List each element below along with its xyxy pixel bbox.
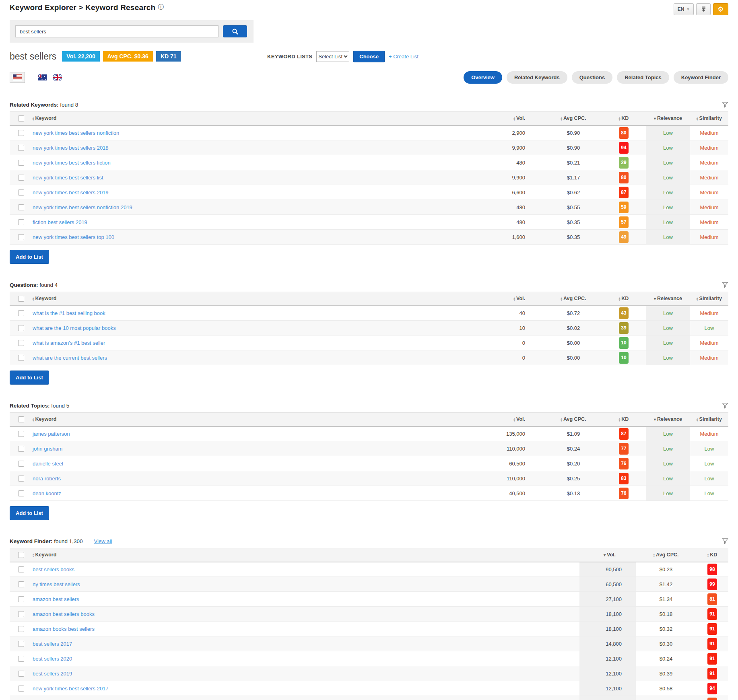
filter-icon[interactable]: [722, 101, 728, 108]
keyword-link[interactable]: amazon best sellers: [33, 596, 79, 602]
row-checkbox[interactable]: [18, 566, 24, 572]
tab-questions[interactable]: Questions: [572, 71, 613, 84]
row-checkbox[interactable]: [18, 626, 24, 632]
column-header-vol[interactable]: ▴▾Vol.: [473, 112, 545, 126]
select-all-checkbox[interactable]: [18, 115, 24, 121]
create-list-link[interactable]: + Create List: [389, 54, 418, 60]
column-header-vol[interactable]: ▴▾Vol.: [473, 292, 545, 306]
row-checkbox[interactable]: [18, 581, 24, 587]
column-header-keyword[interactable]: ▴▾Keyword: [32, 112, 473, 126]
row-checkbox[interactable]: [18, 160, 24, 166]
keyword-link[interactable]: best sellers 2017: [33, 641, 72, 647]
keyword-link[interactable]: nora roberts: [33, 476, 61, 482]
row-checkbox[interactable]: [18, 476, 24, 482]
column-header-avgcpc[interactable]: ▴▾Avg CPC.: [545, 112, 602, 126]
column-header-kd[interactable]: ▴▾KD: [602, 292, 646, 306]
keyword-link[interactable]: best sellers 2020: [33, 656, 72, 662]
info-icon[interactable]: ⓘ: [158, 3, 164, 11]
keyword-list-select[interactable]: Select List: [316, 51, 349, 62]
keyword-link[interactable]: new york times best sellers top 100: [33, 234, 114, 240]
column-header-relevance[interactable]: ▾Relevance: [646, 112, 690, 126]
column-header-kd[interactable]: ▴▾KD: [602, 413, 646, 426]
keyword-link[interactable]: what are the current best sellers: [33, 355, 107, 361]
australia-flag-icon[interactable]: [38, 74, 47, 80]
download-button[interactable]: [696, 3, 711, 15]
select-all-checkbox[interactable]: [18, 296, 24, 302]
keyword-link[interactable]: fiction best sellers 2019: [33, 219, 87, 225]
column-header-avgcpc[interactable]: ▴▾Avg CPC.: [545, 292, 602, 306]
column-header-vol[interactable]: ▴▾Vol.: [473, 413, 545, 426]
tab-overview[interactable]: Overview: [464, 71, 502, 84]
keyword-link[interactable]: new york times best sellers 2018: [33, 145, 109, 151]
search-button[interactable]: [223, 25, 247, 37]
column-header-similarity[interactable]: ▴▾Similarity: [690, 292, 728, 306]
keyword-link[interactable]: new york times best sellers nonfiction: [33, 130, 119, 136]
row-checkbox[interactable]: [18, 204, 24, 210]
keyword-link[interactable]: new york times best sellers 2017: [33, 686, 109, 692]
keyword-link[interactable]: amazon best sellers books: [33, 611, 95, 617]
keyword-link[interactable]: what is the #1 best selling book: [33, 310, 105, 316]
column-header-avgcpc[interactable]: ▴▾Avg CPC.: [636, 548, 696, 562]
add-to-list-button[interactable]: Add to List: [10, 371, 49, 385]
column-header-keyword[interactable]: ▴▾Keyword: [32, 292, 473, 306]
country-us-selected[interactable]: [10, 72, 25, 83]
search-input[interactable]: [15, 25, 219, 37]
add-to-list-button[interactable]: Add to List: [10, 250, 49, 264]
row-checkbox[interactable]: [18, 310, 24, 316]
keyword-link[interactable]: what are the 10 most popular books: [33, 325, 116, 331]
keyword-link[interactable]: new york times best sellers fiction: [33, 160, 111, 166]
keyword-link[interactable]: best sellers books: [33, 566, 74, 572]
row-checkbox[interactable]: [18, 325, 24, 331]
tab-related-keywords[interactable]: Related Keywords: [507, 71, 567, 84]
column-header-keyword[interactable]: ▴▾Keyword: [32, 413, 473, 426]
keyword-link[interactable]: best sellers 2019: [33, 671, 72, 677]
row-checkbox[interactable]: [18, 340, 24, 346]
keyword-link[interactable]: ny times best sellers: [33, 581, 80, 587]
column-header-relevance[interactable]: ▾Relevance: [646, 292, 690, 306]
row-checkbox[interactable]: [18, 175, 24, 181]
keyword-link[interactable]: new york times best sellers list: [33, 175, 103, 181]
filter-icon[interactable]: [722, 538, 728, 544]
select-all-checkbox[interactable]: [18, 416, 24, 422]
row-checkbox[interactable]: [18, 490, 24, 496]
view-all-link[interactable]: View all: [94, 538, 112, 544]
row-checkbox[interactable]: [18, 641, 24, 647]
keyword-link[interactable]: james patterson: [33, 431, 70, 437]
keyword-link[interactable]: what is amazon's #1 best seller: [33, 340, 105, 346]
filter-icon[interactable]: [722, 402, 728, 409]
column-header-similarity[interactable]: ▴▾Similarity: [690, 413, 728, 426]
row-checkbox[interactable]: [18, 130, 24, 136]
row-checkbox[interactable]: [18, 446, 24, 452]
row-checkbox[interactable]: [18, 686, 24, 692]
column-header-keyword[interactable]: ▴▾Keyword: [32, 548, 579, 562]
language-dropdown[interactable]: EN ▼: [674, 3, 694, 15]
keyword-link[interactable]: new york times best sellers 2019: [33, 189, 109, 196]
keyword-link[interactable]: dean koontz: [33, 490, 61, 496]
row-checkbox[interactable]: [18, 431, 24, 437]
uk-flag-icon[interactable]: [53, 74, 62, 80]
row-checkbox[interactable]: [18, 656, 24, 662]
column-header-kd[interactable]: ▴▾KD: [696, 548, 728, 562]
tab-related-topics[interactable]: Related Topics: [617, 71, 669, 84]
column-header-similarity[interactable]: ▴▾Similarity: [690, 112, 728, 126]
column-header-relevance[interactable]: ▾Relevance: [646, 413, 690, 426]
filter-icon[interactable]: [722, 282, 728, 288]
keyword-link[interactable]: danielle steel: [33, 461, 63, 467]
column-header-avgcpc[interactable]: ▴▾Avg CPC.: [545, 413, 602, 426]
row-checkbox[interactable]: [18, 461, 24, 467]
keyword-link[interactable]: john grisham: [33, 446, 62, 452]
row-checkbox[interactable]: [18, 234, 24, 240]
row-checkbox[interactable]: [18, 671, 24, 677]
row-checkbox[interactable]: [18, 219, 24, 225]
settings-button[interactable]: ⚙: [713, 3, 728, 15]
keyword-link[interactable]: amazon books best sellers: [33, 626, 95, 632]
select-all-checkbox[interactable]: [18, 552, 24, 558]
column-header-kd[interactable]: ▴▾KD: [602, 112, 646, 126]
column-header-vol[interactable]: ▾Vol.: [579, 548, 636, 562]
add-to-list-button[interactable]: Add to List: [10, 506, 49, 520]
row-checkbox[interactable]: [18, 611, 24, 617]
tab-keyword-finder[interactable]: Keyword Finder: [674, 71, 728, 84]
row-checkbox[interactable]: [18, 596, 24, 602]
row-checkbox[interactable]: [18, 145, 24, 151]
keyword-link[interactable]: new york times best sellers nonfiction 2…: [33, 204, 132, 210]
